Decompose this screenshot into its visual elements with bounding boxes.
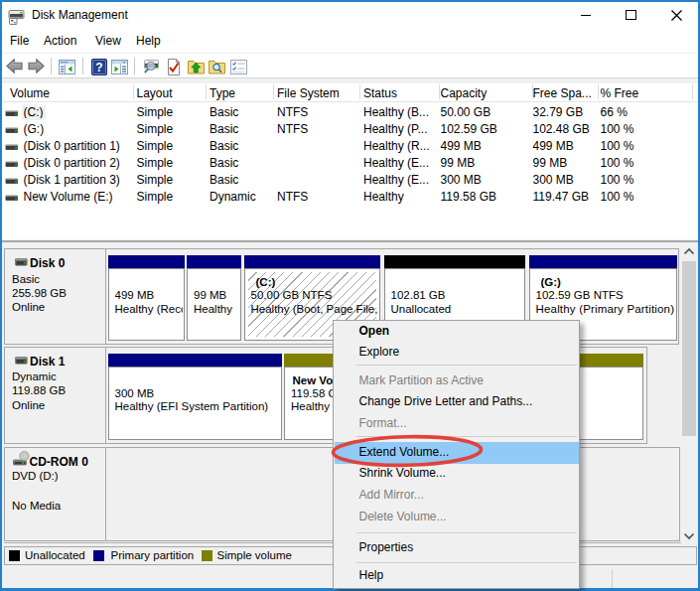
svg-text:?: ? — [95, 61, 102, 74]
